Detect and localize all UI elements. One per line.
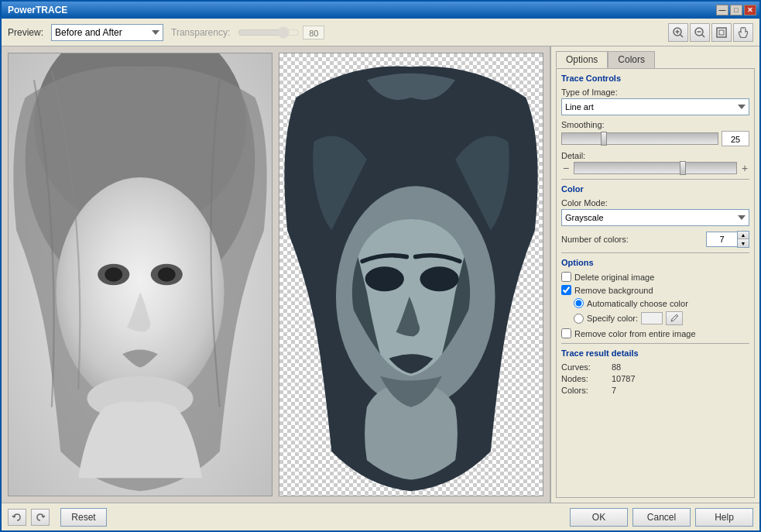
colors-row: Colors: 7 <box>561 386 749 395</box>
curves-row: Curves: 88 <box>561 362 749 372</box>
specify-color-radio[interactable] <box>574 314 584 324</box>
num-colors-spin: ▲ ▼ <box>737 231 749 248</box>
tab-colors[interactable]: Colors <box>608 51 655 68</box>
type-of-image-select[interactable]: Line art Logo Clipart High quality image <box>561 98 749 115</box>
num-colors-down[interactable]: ▼ <box>738 239 749 247</box>
num-colors-row: Number of colors: ▲ ▼ <box>561 231 749 248</box>
redo-button[interactable] <box>31 509 50 526</box>
num-colors-input[interactable] <box>706 232 737 247</box>
auto-choose-label[interactable]: Automatically choose color <box>587 299 688 308</box>
main-window: PowerTRACE — □ ✕ Preview: Before and Aft… <box>0 0 761 532</box>
nodes-label: Nodes: <box>561 374 612 383</box>
detail-minus[interactable]: − <box>561 162 571 174</box>
zoom-in-button[interactable] <box>668 23 688 42</box>
bottom-bar: Reset OK Cancel Help <box>2 503 759 530</box>
divider-3 <box>561 343 749 344</box>
eyedropper-button[interactable] <box>666 311 683 325</box>
transparency-value: 80 <box>303 26 324 39</box>
preview-select[interactable]: Before and After Before After Wireframe <box>51 24 163 41</box>
svg-line-21 <box>675 315 677 317</box>
detail-label: Detail: <box>561 151 749 160</box>
after-image <box>279 53 543 496</box>
divider-1 <box>561 179 749 180</box>
trace-results-header: Trace result details <box>561 348 749 358</box>
cancel-button[interactable]: Cancel <box>632 508 691 527</box>
preview-label: Preview: <box>8 27 43 38</box>
close-button[interactable]: ✕ <box>744 5 756 15</box>
smoothing-value: 25 <box>722 131 749 146</box>
svg-rect-7 <box>717 28 726 37</box>
svg-line-1 <box>680 34 684 37</box>
before-portrait-svg <box>9 53 272 496</box>
svg-point-16 <box>158 267 176 281</box>
num-colors-label: Number of colors: <box>561 235 629 244</box>
svg-point-15 <box>105 267 122 281</box>
redo-icon <box>35 512 46 523</box>
hand-icon <box>737 26 749 39</box>
specify-color-label[interactable]: Specify color: <box>587 314 638 323</box>
minimize-button[interactable]: — <box>716 5 728 15</box>
colors-result-label: Colors: <box>561 386 612 395</box>
pan-button[interactable] <box>733 23 753 42</box>
detail-slider-track[interactable] <box>574 162 737 174</box>
nodes-value: 10787 <box>612 374 636 383</box>
remove-background-checkbox[interactable] <box>561 285 571 295</box>
color-section-header: Color <box>561 184 749 194</box>
title-bar: PowerTRACE — □ ✕ <box>2 2 759 19</box>
maximize-button[interactable]: □ <box>730 5 742 15</box>
remove-bg-row: Remove background <box>561 285 749 295</box>
svg-point-19 <box>365 266 404 291</box>
undo-icon <box>12 512 22 523</box>
curves-value: 88 <box>612 362 621 372</box>
detail-plus[interactable]: + <box>740 162 749 174</box>
smoothing-slider-track[interactable] <box>561 132 718 145</box>
reset-button[interactable]: Reset <box>60 508 107 527</box>
remove-entire-row: Remove color from entire image <box>561 328 749 338</box>
before-image <box>9 53 272 496</box>
curves-label: Curves: <box>561 362 612 372</box>
detail-slider-row: − + <box>561 162 749 174</box>
window-title: PowerTRACE <box>5 5 67 15</box>
transparency-slider-container: 80 <box>238 26 324 39</box>
bottom-bar-right: OK Cancel Help <box>570 508 753 527</box>
remove-entire-checkbox[interactable] <box>561 328 571 338</box>
delete-original-label[interactable]: Delete original image <box>574 273 654 282</box>
delete-original-checkbox[interactable] <box>561 272 571 282</box>
zoom-fit-button[interactable] <box>711 23 732 42</box>
zoom-out-button[interactable] <box>690 23 710 42</box>
color-mode-label: Color Mode: <box>561 198 749 208</box>
help-button[interactable]: Help <box>695 508 753 527</box>
zoom-in-icon <box>672 26 684 39</box>
tab-options[interactable]: Options <box>556 51 608 68</box>
toolbar: Preview: Before and After Before After W… <box>2 19 759 46</box>
options-section-header: Options <box>561 258 749 267</box>
colors-result-value: 7 <box>612 386 616 395</box>
trace-controls-header: Trace Controls <box>561 74 749 83</box>
remove-entire-label[interactable]: Remove color from entire image <box>574 329 696 338</box>
title-bar-buttons: — □ ✕ <box>716 5 756 15</box>
toolbar-icons <box>668 23 753 42</box>
transparency-slider[interactable] <box>238 26 300 39</box>
after-portrait-svg <box>279 53 543 496</box>
preview-area <box>2 46 550 503</box>
undo-button[interactable] <box>8 509 26 526</box>
smoothing-label: Smoothing: <box>561 120 749 129</box>
right-panel: Options Colors Trace Controls Type of Im… <box>550 46 759 503</box>
before-image-panel <box>8 53 273 496</box>
num-colors-up[interactable]: ▲ <box>738 232 749 239</box>
auto-choose-radio[interactable] <box>574 298 584 308</box>
nodes-row: Nodes: 10787 <box>561 374 749 383</box>
panel-content: Trace Controls Type of Image: Line art L… <box>556 68 755 498</box>
smoothing-slider-thumb[interactable] <box>601 132 607 146</box>
tabs-container: Options Colors <box>556 51 755 68</box>
ok-button[interactable]: OK <box>570 508 628 527</box>
zoom-out-icon <box>694 26 706 39</box>
remove-background-label[interactable]: Remove background <box>574 286 653 295</box>
detail-slider-thumb[interactable] <box>680 161 686 175</box>
trace-results: Curves: 88 Nodes: 10787 Colors: 7 <box>561 362 749 395</box>
svg-point-20 <box>420 266 458 291</box>
color-mode-select[interactable]: Grayscale Black and White RGB Color CMYK… <box>561 209 749 226</box>
type-of-image-label: Type of Image: <box>561 88 749 97</box>
divider-2 <box>561 252 749 253</box>
color-swatch[interactable] <box>641 312 663 324</box>
